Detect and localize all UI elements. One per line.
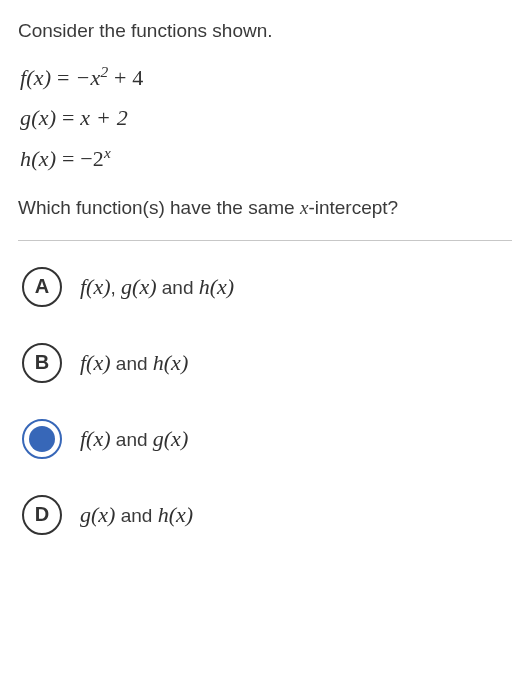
choice-c-bubble[interactable] — [22, 419, 62, 459]
choice-a-bubble[interactable]: A — [22, 267, 62, 307]
choice-c[interactable]: f(x) and g(x) — [22, 419, 512, 459]
choice-d-bubble[interactable]: D — [22, 495, 62, 535]
choice-d[interactable]: D g(x) and h(x) — [22, 495, 512, 535]
choice-b-text: f(x) and h(x) — [80, 350, 188, 376]
choice-a-letter: A — [35, 275, 49, 298]
choice-d-text: g(x) and h(x) — [80, 502, 193, 528]
choice-b[interactable]: B f(x) and h(x) — [22, 343, 512, 383]
choice-a[interactable]: A f(x), g(x) and h(x) — [22, 267, 512, 307]
prompt-text: Consider the functions shown. — [18, 18, 512, 45]
equation-h: h(x) = −2x — [20, 144, 512, 175]
divider — [18, 240, 512, 241]
choice-b-letter: B — [35, 351, 49, 374]
equation-block: f(x) = −x2 + 4 g(x) = x + 2 h(x) = −2x — [18, 63, 512, 175]
choice-b-bubble[interactable]: B — [22, 343, 62, 383]
equation-f: f(x) = −x2 + 4 — [20, 63, 512, 94]
choice-list: A f(x), g(x) and h(x) B f(x) and h(x) f(… — [18, 267, 512, 535]
selected-dot-icon — [29, 426, 55, 452]
choice-a-text: f(x), g(x) and h(x) — [80, 274, 234, 300]
choice-c-text: f(x) and g(x) — [80, 426, 188, 452]
question-text: Which function(s) have the same x-interc… — [18, 195, 512, 222]
equation-g: g(x) = x + 2 — [20, 103, 512, 134]
choice-d-letter: D — [35, 503, 49, 526]
